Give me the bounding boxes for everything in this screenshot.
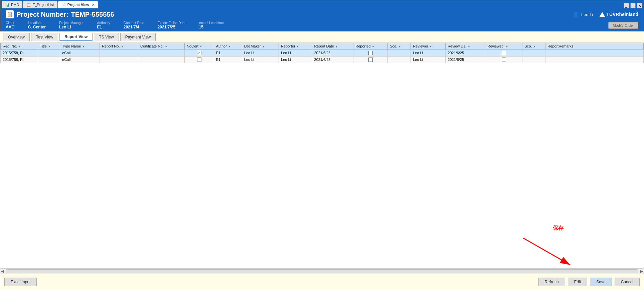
logo-text: TÜVRheinland (606, 12, 638, 17)
refresh-button[interactable]: Refresh (538, 278, 565, 286)
col-reporter[interactable]: Reporter ▼ (279, 43, 312, 50)
footer-left-actions: Excel Input (4, 278, 37, 286)
project-header: Project Number: TEMP-555556 👤 Leo Li TÜV… (0, 8, 644, 20)
user-info: 👤 Leo Li (573, 11, 593, 18)
col-review-date[interactable]: Review Da. ▼ (446, 43, 485, 50)
cell-score2 (522, 56, 545, 63)
col-nocert[interactable]: NoCert ▼ (184, 43, 214, 50)
col-docmaker[interactable]: DocMaker ▼ (242, 43, 279, 50)
cell-reviewed[interactable] (485, 56, 522, 63)
horizontal-scrollbar-area: ◀ ▶ (0, 268, 644, 274)
svg-line-1 (523, 238, 570, 265)
sort-arrow-reviewed: ▼ (505, 45, 508, 48)
cell-nocert[interactable] (184, 56, 214, 63)
col-report-date[interactable]: Report Date ▼ (312, 43, 353, 50)
reported-checkbox-1[interactable] (368, 51, 373, 55)
project-label: Project Number: (16, 11, 68, 18)
overview-tab[interactable]: Overview (3, 33, 30, 41)
sort-arrow-type-name: ▼ (82, 45, 85, 48)
col-title[interactable]: Title ▼ (38, 43, 60, 50)
cell-report-date: 2021/6/25 (312, 56, 353, 63)
minimize-button[interactable]: _ (624, 3, 629, 8)
excel-input-button[interactable]: Excel Input (4, 278, 37, 286)
user-icon: 👤 (573, 11, 579, 18)
reviewed-checkbox-1[interactable] (502, 51, 506, 55)
ts-view-tab[interactable]: TS View (94, 33, 119, 41)
cell-report-remarks (545, 56, 644, 63)
col-reported[interactable]: Reported ▼ (353, 43, 388, 50)
project-icon (6, 10, 14, 18)
sort-arrow-report-date: ▼ (335, 45, 338, 48)
tab-bar: 📊 PMD 📋 F_ProjectList 📄 Project View ✕ _… (0, 0, 644, 8)
horizontal-scrollbar[interactable] (6, 269, 638, 273)
annotation-arrow-svg (517, 231, 584, 268)
actual-lead-group: Actual Lead time 15 (199, 21, 224, 29)
cell-reported[interactable] (353, 50, 388, 57)
maximize-button[interactable]: □ (630, 3, 636, 8)
scroll-left-arrow[interactable]: ◀ (0, 269, 5, 274)
table-row[interactable]: 2015/758, R: eCall E1 Leo Li Leo Li 2021… (1, 56, 644, 63)
col-reviewer[interactable]: Reviewer ▼ (411, 43, 446, 50)
col-score2[interactable]: Sco. ▼ (522, 43, 545, 50)
close-tab-icon[interactable]: ✕ (92, 3, 95, 7)
reviewed-checkbox-2[interactable] (502, 58, 506, 62)
save-button[interactable]: Save (590, 278, 612, 286)
report-view-tab[interactable]: Report View (59, 33, 93, 41)
project-number-area: Project Number: TEMP-555556 (6, 10, 114, 18)
cell-score2 (522, 50, 545, 57)
col-report-no[interactable]: Report No. ▼ (100, 43, 138, 50)
sort-arrow-docmaker: ▼ (262, 45, 265, 48)
cell-reg-no: 2015/758, R: (1, 50, 38, 57)
col-certificate-no[interactable]: Certificate No. ▼ (138, 43, 184, 50)
test-view-tab[interactable]: Test View (31, 33, 58, 41)
view-toolbar: Overview Test View Report View TS View P… (0, 31, 644, 43)
col-reviewed[interactable]: Reviewec. ▼ (485, 43, 522, 50)
col-report-remarks[interactable]: ReportRemarks (545, 43, 644, 50)
f-project-list-icon: 📋 (26, 3, 31, 7)
cell-reported[interactable] (353, 56, 388, 63)
client-group: Client AAG (6, 21, 15, 29)
col-type-name[interactable]: Type Name ▼ (60, 43, 100, 50)
cell-score1 (388, 56, 411, 63)
cell-reporter: Leo Li (279, 56, 312, 63)
location-group: Location C. Center (28, 21, 46, 29)
tab-f-project-list[interactable]: 📋 F_ProjectList (23, 1, 57, 8)
tab-project-view[interactable]: 📄 Project View ✕ (58, 1, 98, 8)
cancel-button[interactable]: Cancel (615, 278, 640, 286)
nocert-checkbox-1[interactable] (197, 51, 201, 55)
payment-view-tab[interactable]: Payment View (120, 33, 156, 41)
cell-nocert[interactable] (184, 50, 214, 57)
tab-pmd[interactable]: 📊 PMD (2, 1, 22, 8)
cell-review-date: 2021/6/25 (446, 56, 485, 63)
cell-author: E1 (214, 56, 242, 63)
col-reg-no[interactable]: Reg. No. ▼↑ (1, 43, 38, 50)
location-value: C. Center (28, 25, 46, 29)
cell-docmaker: Leo Li (242, 56, 279, 63)
logo-triangle-icon (600, 12, 605, 17)
sort-arrow-nocert: ▼ (199, 45, 202, 48)
table-container[interactable]: Reg. No. ▼↑ Title ▼ Type Name ▼ Report N… (0, 43, 644, 63)
sort-arrow-title: ▼ (48, 45, 51, 48)
scroll-right-arrow[interactable]: ▶ (639, 269, 644, 274)
cell-report-remarks (545, 50, 644, 57)
sort-arrow-report-no: ▼ (121, 45, 124, 48)
tab-f-project-list-label: F_ProjectList (32, 3, 54, 7)
modify-order-button[interactable]: Modify Order (608, 22, 638, 29)
cell-reviewed[interactable] (485, 50, 522, 57)
actual-lead-label: Actual Lead time (199, 21, 224, 25)
cell-title (38, 56, 60, 63)
cell-type-name: eCall (60, 50, 100, 57)
sort-arrow-reg-no: ▼↑ (18, 45, 22, 48)
col-score1[interactable]: Sco. ▼ (388, 43, 411, 50)
tab-project-view-label: Project View (67, 3, 89, 7)
expect-finish-label: Expect Finish Date (158, 21, 186, 25)
contract-date-label: Contract Date (124, 21, 144, 25)
nocert-checkbox-2[interactable] (197, 58, 201, 62)
reported-checkbox-2[interactable] (368, 58, 373, 62)
close-button[interactable]: ✕ (637, 3, 642, 8)
actual-lead-value: 15 (199, 25, 224, 29)
sort-arrow-score1: ▼ (398, 45, 401, 48)
edit-button[interactable]: Edit (568, 278, 588, 286)
table-row[interactable]: 2015/758, R: eCall E1 Leo Li Leo Li 2021… (1, 50, 644, 57)
col-author[interactable]: Author ▼ (214, 43, 242, 50)
